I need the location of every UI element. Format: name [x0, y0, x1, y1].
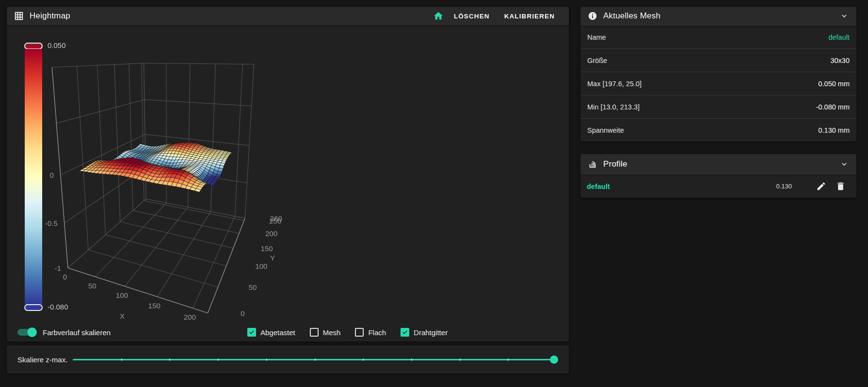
profile-row: default 0.130	[580, 174, 856, 198]
mesh-row-min: Min [13.0, 213.3] -0.080 mm	[580, 95, 856, 118]
mesh-name-value: default	[828, 33, 850, 41]
pencil-icon	[817, 183, 825, 190]
trash-icon	[837, 183, 843, 190]
slider-tick	[315, 358, 316, 361]
profile-range-value: 0.130	[776, 183, 792, 190]
info-icon	[587, 11, 598, 21]
collapse-mesh-panel-button[interactable]	[839, 11, 850, 21]
slider-tick	[169, 358, 170, 361]
z-max-slider-label: Skaliere z-max.	[17, 345, 67, 373]
slider-tick	[218, 358, 219, 361]
calibrate-button[interactable]: KALIBRIEREN	[497, 9, 562, 23]
mesh-row-name: Name default	[580, 25, 856, 48]
slider-tick	[363, 358, 364, 361]
z-max-slider-thumb[interactable]	[550, 356, 558, 364]
current-mesh-panel: Aktuelles Mesh Name default Größe 30x30 …	[580, 7, 856, 141]
heightmap-header: Heightmap LÖSCHEN KALIBRIEREN	[7, 7, 569, 25]
heightmap-plot-area: 0.050 -0.080	[7, 25, 569, 323]
delete-profile-button[interactable]	[831, 178, 850, 195]
mesh-row-span: Spannweite 0.130 mm	[580, 118, 856, 141]
profiles-header: Profile	[580, 154, 856, 174]
mesh-row-size: Größe 30x30	[580, 48, 856, 72]
colorbar	[24, 43, 43, 311]
panel-title: Heightmap	[30, 11, 70, 21]
colorbar-max-label: 0.050	[48, 41, 66, 49]
checkbox-flat[interactable]: Flach	[355, 328, 386, 337]
slider-tick	[411, 358, 412, 361]
check-icon	[403, 331, 407, 334]
slider-tick	[508, 358, 509, 361]
checkbox-mesh[interactable]: Mesh	[310, 328, 341, 337]
colorbar-min-cap	[24, 304, 43, 311]
chevron-down-icon	[842, 163, 846, 165]
check-icon	[250, 331, 254, 334]
scale-gradient-toggle[interactable]	[17, 327, 36, 337]
current-mesh-header: Aktuelles Mesh	[580, 7, 856, 25]
profiles-title: Profile	[603, 159, 627, 169]
home-button[interactable]	[430, 9, 447, 23]
chevron-down-icon	[842, 15, 846, 17]
scale-gradient-label: Farbverlauf skalieren	[43, 328, 111, 337]
current-mesh-title: Aktuelles Mesh	[603, 11, 660, 21]
checkbox-wireframe[interactable]: Drahtgitter	[401, 328, 448, 337]
checkbox-probed[interactable]: Abgetastet	[247, 328, 295, 337]
surface-checkboxes: Abgetastet Mesh Flach Drahtgitter	[247, 323, 448, 341]
z-max-slider[interactable]	[73, 359, 556, 360]
heightmap-panel: Heightmap LÖSCHEN KALIBRIEREN 0.050 -0.0…	[7, 7, 569, 341]
grid-icon	[14, 11, 24, 21]
edit-profile-button[interactable]	[811, 178, 831, 195]
plot-controls: Farbverlauf skalieren Abgetastet Mesh Fl…	[7, 323, 569, 341]
profiles-panel: Profile default 0.130	[580, 154, 856, 198]
colorbar-max-cap	[24, 43, 43, 49]
slider-tick	[121, 358, 122, 361]
colorbar-gradient	[25, 49, 42, 305]
colorbar-min-label: -0.080	[48, 303, 68, 311]
heightmap-3d-plot[interactable]	[7, 25, 569, 323]
profile-name-link[interactable]: default	[587, 183, 776, 190]
slider-tick	[460, 358, 461, 361]
z-max-slider-panel: Skaliere z-max.	[7, 345, 569, 373]
collapse-profiles-panel-button[interactable]	[839, 159, 850, 170]
mesh-row-max: Max [197.6, 25.0] 0.050 mm	[580, 72, 856, 95]
profiles-stack-icon	[587, 159, 598, 170]
clear-mesh-button[interactable]: LÖSCHEN	[447, 9, 497, 23]
home-icon	[434, 12, 443, 20]
slider-tick	[266, 358, 267, 361]
